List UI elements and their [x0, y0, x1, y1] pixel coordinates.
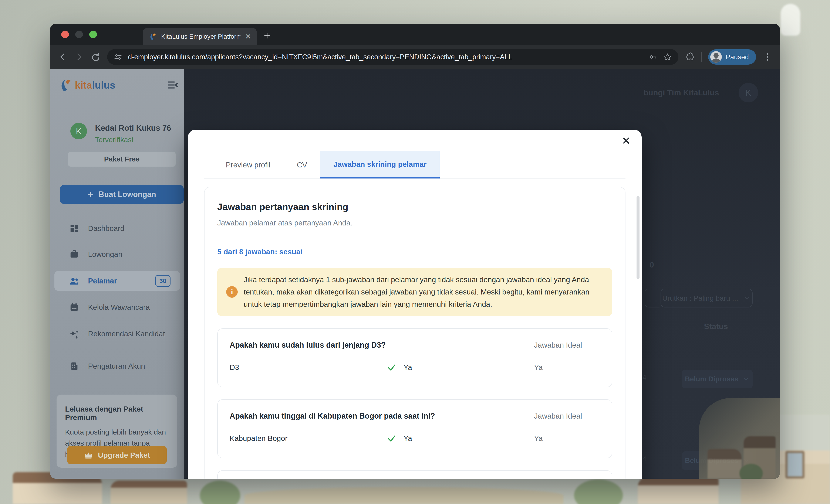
modal-tab-bar: Preview profil CV Jawaban skrining pelam… [204, 151, 626, 179]
info-icon: i [226, 286, 238, 298]
sidebar-item-pelamar[interactable]: Pelamar30 [55, 271, 180, 291]
reload-icon[interactable] [91, 52, 101, 62]
toolbar-divider [701, 52, 702, 62]
status-column-header: Status [704, 322, 728, 331]
upgrade-button[interactable]: Upgrade Paket [67, 446, 167, 464]
header-avatar[interactable]: K [739, 83, 758, 102]
calendar-icon [69, 302, 79, 312]
create-vacancy-button[interactable]: + Buat Lowongan [60, 185, 184, 204]
profile-avatar [710, 51, 722, 63]
screening-heading: Jawaban pertanyaan skrining [217, 202, 612, 212]
company-block: K Kedai Roti Kukus 76 Terverifikasi [70, 123, 171, 144]
kitalulus-rocket-icon [59, 78, 73, 92]
applicant-answer-label: Kabupaten Bogor [230, 434, 387, 443]
new-tab-button[interactable]: + [264, 29, 270, 42]
screening-answers-modal: ✕ Preview profil CV Jawaban skrining pel… [188, 130, 642, 479]
modal-close-icon[interactable]: ✕ [621, 136, 631, 146]
question-cards: Apakah kamu sudah lulus dari jenjang D3?… [217, 328, 612, 479]
notice-box: i Jika terdapat setidaknya 1 sub-jawaban… [217, 268, 612, 316]
question-text: Apakah kamu tinggal di Kabupaten Bogor p… [230, 411, 534, 421]
tab-cv[interactable]: CV [284, 151, 320, 178]
filter-pill-fragment[interactable] [645, 289, 660, 307]
screening-subtitle: Jawaban pelamar atas pertanyaan Anda. [217, 219, 612, 227]
modal-scrollbar-thumb[interactable] [637, 196, 639, 279]
screening-content-card: Jawaban pertanyaan skrining Jawaban pela… [204, 187, 626, 479]
sidebar-item-label: Pengaturan Akun [88, 362, 145, 370]
kitalulus-logo: kitalulus [59, 78, 116, 92]
bookmark-star-icon[interactable] [663, 53, 672, 61]
kitalulus-favicon-icon [149, 33, 157, 40]
sidebar-item-label: Dashboard [88, 224, 124, 233]
sidebar-item-rekomendasi-kandidat[interactable]: Rekomendasi Kandidat [55, 324, 180, 344]
status-label: Belum Diproses [685, 375, 738, 383]
plus-icon: + [88, 189, 94, 200]
tab-close-icon[interactable]: ✕ [245, 33, 251, 40]
count-badge: 0 [650, 261, 654, 269]
applicant-answer-match: Ya [387, 434, 534, 443]
window-minimize-button[interactable] [75, 31, 83, 38]
sidebar-item-label: Lowongan [88, 250, 123, 259]
wallpaper-house [110, 481, 187, 504]
modal-scroll-area[interactable]: Jawaban pertanyaan skrining Jawaban pela… [204, 179, 626, 479]
sidebar-collapse-icon[interactable] [167, 79, 178, 91]
wallpaper-house [638, 476, 719, 504]
wallpaper-tree [574, 479, 623, 504]
crown-icon [84, 450, 93, 460]
password-key-icon[interactable] [649, 53, 658, 61]
company-name: Kedai Roti Kukus 76 [95, 123, 171, 133]
notice-text: Jika terdapat setidaknya 1 sub-jawaban d… [244, 273, 600, 310]
contact-team-text[interactable]: bungi Tim KitaLulus [643, 89, 719, 97]
company-avatar: K [70, 123, 87, 139]
building-icon [69, 361, 79, 371]
applicant-count-badge: 30 [155, 275, 170, 287]
dashboard-icon [69, 224, 79, 233]
wallpaper-ghost-shape [781, 4, 800, 36]
chevron-down-icon [743, 375, 750, 383]
profile-pill[interactable]: Paused [708, 49, 756, 65]
check-icon [387, 363, 396, 372]
sidebar-item-pengaturan-akun[interactable]: Pengaturan Akun [55, 356, 180, 376]
question-text: Apakah kamu sudah lulus dari jenjang D3? [230, 341, 534, 349]
window-zoom-button[interactable] [89, 31, 97, 38]
upgrade-label: Upgrade Paket [98, 451, 150, 459]
sidebar: kitalulus K Kedai Roti Kukus 76 Terverif… [50, 69, 184, 479]
site-settings-icon[interactable] [114, 53, 123, 61]
sidebar-item-label: Pelamar [88, 277, 117, 285]
back-icon[interactable] [57, 52, 68, 62]
window-close-button[interactable] [61, 31, 69, 38]
sort-dropdown[interactable]: Urutkan : Paling baru ... [661, 289, 753, 307]
screening-question-card: Apakah kamu sudah lulus dari jenjang D3?… [217, 328, 612, 388]
sparkles-icon [69, 329, 79, 339]
premium-upsell-card: Leluasa dengan Paket Premium Kuota posti… [57, 395, 177, 468]
forward-icon[interactable] [74, 52, 84, 62]
sidebar-item-dashboard[interactable]: Dashboard [55, 219, 180, 238]
brand-text-lulus: lulus [92, 79, 116, 91]
browser-window: KitaLulus Employer Platform ✕ + d-employ… [50, 24, 780, 479]
sidebar-item-lowongan[interactable]: Lowongan [55, 244, 180, 264]
plan-badge[interactable]: Paket Free [68, 151, 176, 167]
ideal-answer-header: Jawaban Ideal [534, 341, 600, 349]
sidebar-item-label: Kelola Wawancara [88, 303, 150, 311]
ideal-answer-value: Ya [534, 363, 600, 372]
window-controls [61, 31, 97, 38]
tab-preview-profil[interactable]: Preview profil [213, 151, 284, 178]
browser-tab[interactable]: KitaLulus Employer Platform ✕ [143, 28, 257, 45]
browser-menu-icon[interactable] [762, 52, 773, 62]
url-text[interactable]: d-employer.kitalulus.com/applicants?vaca… [128, 53, 643, 61]
tab-jawaban-skrining[interactable]: Jawaban skrining pelamar [320, 151, 440, 178]
tab-title: KitaLulus Employer Platform [161, 33, 241, 40]
page-viewport: kitalulus K Kedai Roti Kukus 76 Terverif… [50, 69, 780, 479]
briefcase-icon [69, 249, 79, 259]
status-dropdown[interactable]: Belum Diproses [682, 370, 753, 389]
brand-text-kita: kita [75, 79, 92, 91]
applicant-answer-value: Ya [404, 434, 412, 443]
screen: { "browser": { "tab_title": "KitaLulus E… [0, 0, 830, 504]
screening-question-card: Apakah kamu bersedia melaksanakan Kerja … [217, 470, 612, 479]
wallpaper-tree [200, 481, 240, 504]
url-bar[interactable]: d-employer.kitalulus.com/applicants?vaca… [107, 49, 678, 65]
browser-tabstrip: KitaLulus Employer Platform ✕ + [50, 24, 780, 45]
sort-dropdown-label: Urutkan : Paling baru ... [662, 294, 738, 302]
screening-question-card: Apakah kamu tinggal di Kabupaten Bogor p… [217, 399, 612, 458]
sidebar-item-kelola-wawancara[interactable]: Kelola Wawancara [55, 298, 180, 317]
extensions-puzzle-icon[interactable] [685, 52, 695, 62]
